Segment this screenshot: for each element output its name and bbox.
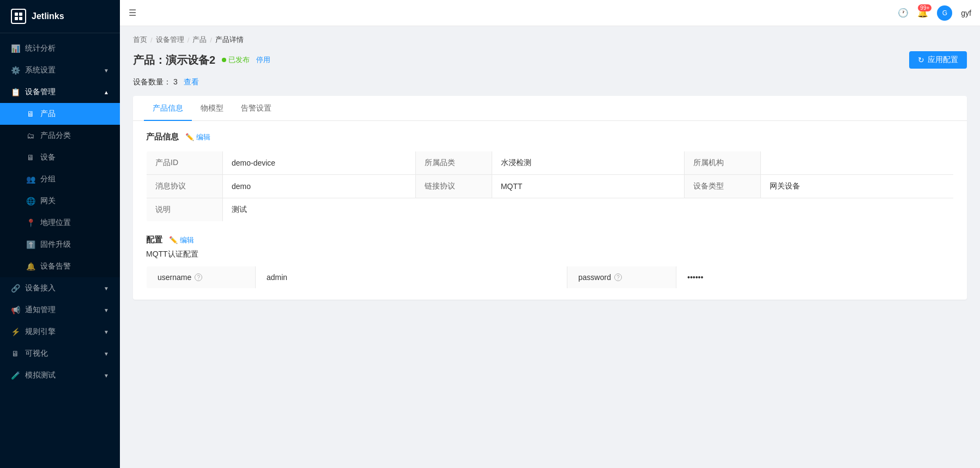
sidebar-label-gateway: 网关 bbox=[40, 196, 56, 206]
config-header: 配置 ✏️ 编辑 bbox=[146, 235, 954, 245]
sidebar-label-group: 分组 bbox=[40, 174, 56, 184]
field-label-link-proto: 链接协议 bbox=[415, 175, 492, 198]
sidebar-menu: 📊 统计分析 ⚙️ 系统设置 ▼ 📋 设备管理 ▲ 🖥 产品 🗂 产品分类 🖥 bbox=[0, 33, 120, 468]
config-label-password: password ? bbox=[567, 266, 676, 289]
field-value-device-type: 网关设备 bbox=[761, 175, 954, 198]
field-label-category: 所属品类 bbox=[415, 151, 492, 175]
status-dot bbox=[222, 58, 226, 62]
sidebar-item-device-mgmt[interactable]: 📋 设备管理 ▲ bbox=[0, 81, 120, 103]
sim-icon: 🧪 bbox=[11, 371, 20, 380]
main-area: ☰ 🕐 🔔 99+ G gyf 首页 / 设备管理 / 产品 / 产品详情 产品… bbox=[120, 0, 980, 468]
tab-bar: 产品信息 物模型 告警设置 bbox=[133, 96, 967, 121]
field-label-msg-proto: 消息协议 bbox=[147, 175, 223, 198]
rule-icon: ⚡ bbox=[11, 327, 20, 336]
sidebar-item-notify-mgmt[interactable]: 📢 通知管理 ▼ bbox=[0, 299, 120, 321]
tab-product-info[interactable]: 产品信息 bbox=[144, 96, 192, 121]
sidebar-item-device-alert[interactable]: 🔔 设备告警 bbox=[0, 256, 120, 277]
title-left: 产品：演示设备2 已发布 停用 bbox=[133, 53, 270, 68]
notify-arrow: ▼ bbox=[104, 307, 109, 313]
sidebar-label-device-mgmt: 设备管理 bbox=[25, 87, 56, 97]
table-row: 消息协议 demo 链接协议 MQTT 设备类型 网关设备 bbox=[147, 175, 954, 198]
visual-arrow: ▼ bbox=[104, 351, 109, 357]
app-logo: Jetlinks bbox=[0, 0, 120, 33]
stats-icon: 📊 bbox=[11, 44, 20, 53]
table-row: 产品ID demo-device 所属品类 水浸检测 所属机构 bbox=[147, 151, 954, 175]
sidebar-item-product[interactable]: 🖥 产品 bbox=[0, 103, 120, 125]
sidebar-item-geo[interactable]: 📍 地理位置 bbox=[0, 212, 120, 234]
sidebar-item-sim-test[interactable]: 🧪 模拟测试 ▼ bbox=[0, 364, 120, 386]
sidebar-label-notify-mgmt: 通知管理 bbox=[25, 305, 56, 315]
field-value-org bbox=[761, 151, 954, 175]
tab-alert-settings[interactable]: 告警设置 bbox=[232, 96, 280, 121]
page-title-row: 产品：演示设备2 已发布 停用 ↻ 应用配置 bbox=[133, 51, 967, 69]
breadcrumb-sep-2: / bbox=[187, 36, 190, 44]
svg-rect-0 bbox=[15, 13, 18, 16]
breadcrumb-sep-3: / bbox=[210, 36, 212, 44]
sidebar-item-device-access[interactable]: 🔗 设备接入 ▼ bbox=[0, 277, 120, 299]
stop-link[interactable]: 停用 bbox=[256, 55, 270, 65]
apply-icon: ↻ bbox=[918, 56, 924, 64]
clock-icon[interactable]: 🕐 bbox=[898, 8, 909, 18]
product-icon: 🖥 bbox=[26, 110, 35, 118]
status-text: 已发布 bbox=[228, 55, 250, 65]
username-display: gyf bbox=[961, 9, 971, 17]
sidebar-label-product: 产品 bbox=[40, 109, 56, 119]
topbar: ☰ 🕐 🔔 99+ G gyf bbox=[120, 0, 980, 26]
sidebar-item-stats[interactable]: 📊 统计分析 bbox=[0, 38, 120, 59]
sidebar-item-gateway[interactable]: 🌐 网关 bbox=[0, 190, 120, 212]
menu-toggle-button[interactable]: ☰ bbox=[129, 8, 136, 18]
field-value-msg-proto: demo bbox=[223, 175, 416, 198]
firmware-icon: ⬆️ bbox=[26, 240, 35, 249]
device-icon: 🖥 bbox=[26, 153, 35, 162]
sidebar-item-settings[interactable]: ⚙️ 系统设置 ▼ bbox=[0, 59, 120, 81]
field-label-product-id: 产品ID bbox=[147, 151, 223, 175]
sidebar-label-device-access: 设备接入 bbox=[25, 283, 56, 293]
rule-arrow: ▼ bbox=[104, 329, 109, 335]
breadcrumb: 首页 / 设备管理 / 产品 / 产品详情 bbox=[133, 35, 967, 45]
product-info-edit[interactable]: ✏️ 编辑 bbox=[185, 132, 210, 142]
breadcrumb-device-mgmt[interactable]: 设备管理 bbox=[156, 35, 184, 45]
tab-thing-model[interactable]: 物模型 bbox=[192, 96, 232, 121]
sidebar-label-geo: 地理位置 bbox=[40, 218, 71, 228]
svg-rect-2 bbox=[15, 17, 18, 20]
device-access-icon: 🔗 bbox=[11, 284, 20, 293]
gateway-icon: 🌐 bbox=[26, 197, 35, 205]
notification-bell[interactable]: 🔔 99+ bbox=[917, 8, 928, 18]
page-title: 产品：演示设备2 bbox=[133, 53, 215, 68]
sidebar-item-firmware[interactable]: ⬆️ 固件升级 bbox=[0, 234, 120, 256]
product-info-table: 产品ID demo-device 所属品类 水浸检测 所属机构 消息协议 dem… bbox=[146, 151, 954, 222]
sidebar-item-product-category[interactable]: 🗂 产品分类 bbox=[0, 125, 120, 147]
apply-config-button[interactable]: ↻ 应用配置 bbox=[909, 51, 967, 69]
field-value-category: 水浸检测 bbox=[492, 151, 685, 175]
field-value-link-proto: MQTT bbox=[492, 175, 685, 198]
config-edit[interactable]: ✏️ 编辑 bbox=[169, 235, 194, 245]
sidebar-label-firmware: 固件升级 bbox=[40, 240, 71, 250]
svg-rect-3 bbox=[19, 17, 22, 20]
sidebar-item-group[interactable]: 👥 分组 bbox=[0, 168, 120, 190]
sidebar-label-visual: 可视化 bbox=[25, 349, 48, 358]
topbar-left: ☰ bbox=[129, 8, 136, 18]
sidebar-sub-device-mgmt: 🖥 产品 🗂 产品分类 🖥 设备 👥 分组 🌐 网关 📍 地理位置 bbox=[0, 103, 120, 277]
tab-content: 产品信息 ✏️ 编辑 产品ID demo-device 所属品类 水浸检测 所属… bbox=[133, 121, 967, 300]
field-value-desc: 测试 bbox=[223, 198, 954, 222]
config-title: 配置 bbox=[146, 235, 162, 245]
edit-icon: ✏️ bbox=[185, 133, 194, 141]
password-help-icon[interactable]: ? bbox=[614, 273, 622, 281]
device-count-value: 3 bbox=[173, 77, 178, 86]
breadcrumb-home[interactable]: 首页 bbox=[133, 35, 147, 45]
sidebar-item-rule-engine[interactable]: ⚡ 规则引擎 ▼ bbox=[0, 321, 120, 343]
device-count-row: 设备数量： 3 查看 bbox=[133, 77, 967, 87]
field-label-org: 所属机构 bbox=[685, 151, 761, 175]
sidebar-item-visual[interactable]: 🖥 可视化 ▼ bbox=[0, 343, 120, 364]
breadcrumb-product[interactable]: 产品 bbox=[192, 35, 207, 45]
device-alert-icon: 🔔 bbox=[26, 262, 35, 271]
username-help-icon[interactable]: ? bbox=[195, 273, 202, 281]
svg-rect-1 bbox=[19, 13, 22, 16]
field-value-product-id: demo-device bbox=[223, 151, 416, 175]
settings-arrow: ▼ bbox=[104, 68, 109, 74]
sidebar-label-product-category: 产品分类 bbox=[40, 131, 71, 141]
view-link[interactable]: 查看 bbox=[184, 77, 199, 86]
sidebar-item-device[interactable]: 🖥 设备 bbox=[0, 147, 120, 168]
product-info-header: 产品信息 ✏️ 编辑 bbox=[146, 132, 954, 142]
sidebar-label-device-alert: 设备告警 bbox=[40, 262, 71, 271]
